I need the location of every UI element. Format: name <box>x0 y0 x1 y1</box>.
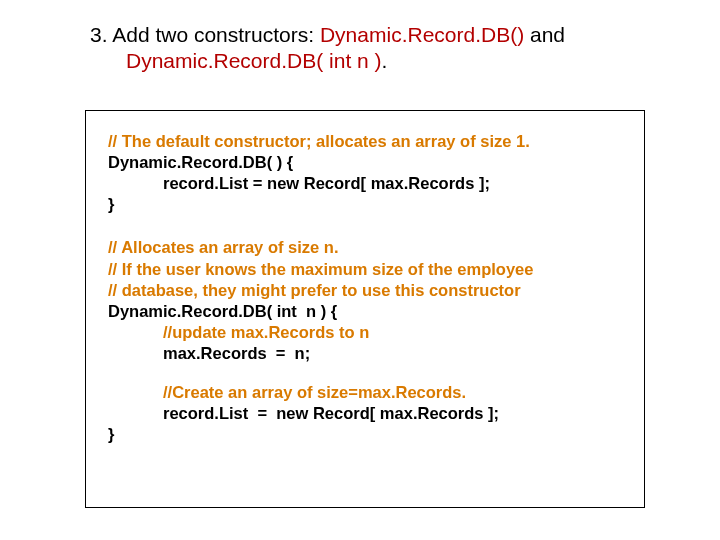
title-mid: and <box>524 23 565 46</box>
comment-line: //Create an array of size=max.Records. <box>108 382 626 403</box>
comment-line: // database, they might prefer to use th… <box>108 280 626 301</box>
code-line: } <box>108 424 626 445</box>
ctor-name: Dynamic.Record.DB( <box>108 153 272 171</box>
comment-line: //update max.Records to n <box>108 322 626 343</box>
title-tail: . <box>382 49 388 72</box>
code-box: // The default constructor; allocates an… <box>85 110 645 508</box>
code-line: record.List = new Record[ max.Records ]; <box>108 403 626 424</box>
title-line-1: 3. Add two constructors: Dynamic.Record.… <box>90 22 660 48</box>
code-line: } <box>108 194 626 215</box>
spacer <box>108 364 626 382</box>
code-line: Dynamic.Record.DB( ) { <box>108 152 626 173</box>
comment-line: // If the user knows the maximum size of… <box>108 259 626 280</box>
title-prefix: 3. Add two constructors: <box>90 23 320 46</box>
title-ctor2: Dynamic.Record.DB( int n ) <box>126 49 382 72</box>
comment-line: // The default constructor; allocates an… <box>108 131 626 152</box>
ctor-tail: ) { <box>272 153 293 171</box>
code-line: record.List = new Record[ max.Records ]; <box>108 173 626 194</box>
title-line-2: Dynamic.Record.DB( int n ). <box>90 48 660 74</box>
slide: 3. Add two constructors: Dynamic.Record.… <box>0 0 720 540</box>
code-line: max.Records = n; <box>108 343 626 364</box>
ctor-name: Dynamic.Record.DB( <box>108 302 272 320</box>
ctor-tail: int n ) { <box>272 302 337 320</box>
spacer <box>108 215 626 237</box>
comment-line: // Allocates an array of size n. <box>108 237 626 258</box>
code-line: Dynamic.Record.DB( int n ) { <box>108 301 626 322</box>
slide-title: 3. Add two constructors: Dynamic.Record.… <box>90 22 660 75</box>
title-ctor1: Dynamic.Record.DB() <box>320 23 524 46</box>
